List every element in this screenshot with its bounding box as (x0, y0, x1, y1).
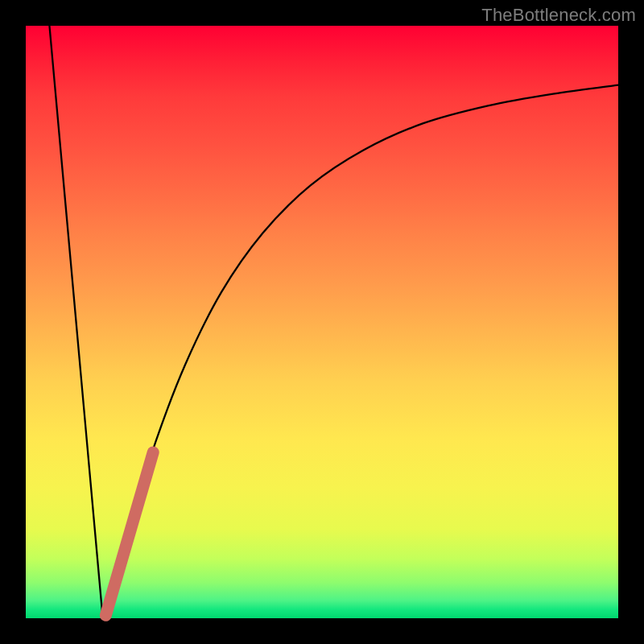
chart-series-left-falling-line (49, 26, 102, 618)
chart-series-highlighted-segment (105, 452, 153, 615)
watermark-text: TheBottleneck.com (481, 5, 636, 26)
chart-svg (26, 26, 618, 618)
chart-series-right-rising-curve (103, 85, 618, 618)
chart-frame: TheBottleneck.com (0, 0, 644, 644)
chart-plot-area (26, 26, 618, 618)
